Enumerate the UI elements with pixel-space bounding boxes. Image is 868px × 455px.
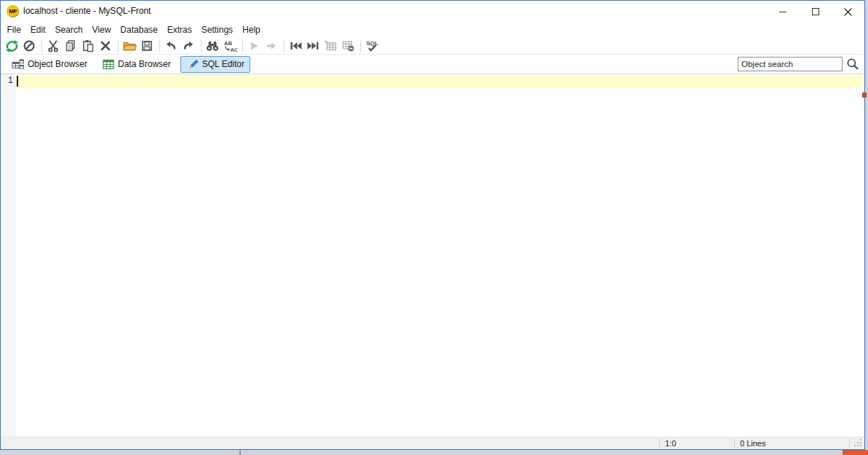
object-search-button[interactable] <box>844 56 861 72</box>
delete-icon <box>99 39 112 52</box>
line-number-gutter: 1 <box>1 74 16 437</box>
menu-search[interactable]: Search <box>50 23 87 38</box>
redo-button[interactable] <box>180 38 196 54</box>
save-button[interactable] <box>139 38 155 54</box>
paste-button[interactable] <box>80 38 96 54</box>
desktop-artifact <box>843 450 868 455</box>
svg-text:SQL: SQL <box>367 40 379 47</box>
status-bar: 1:0 0 Lines <box>1 437 864 449</box>
toolbar: AB AC <box>1 38 864 55</box>
text-caret <box>17 76 18 87</box>
tab-data-browser[interactable]: Data Browser <box>97 56 177 73</box>
view-tab-bar: Object Browser Data Browser <box>1 55 864 74</box>
cut-button[interactable] <box>45 38 61 54</box>
toolbar-separator <box>284 40 284 52</box>
find-button[interactable] <box>204 38 220 54</box>
sql-syntax-check-button[interactable]: SQL <box>364 38 380 54</box>
stop-button[interactable] <box>21 38 37 54</box>
sql-check-icon: SQL <box>365 39 379 53</box>
delete-button[interactable] <box>97 38 114 54</box>
stop-icon <box>23 39 36 52</box>
refresh-icon <box>5 39 19 53</box>
first-record-button[interactable] <box>287 38 303 54</box>
line-number: 1 <box>1 75 13 87</box>
sql-editor-surface[interactable]: 1 <box>1 74 864 437</box>
delete-record-icon <box>341 39 355 52</box>
line-count: 0 Lines <box>734 438 765 449</box>
tab-label: Object Browser <box>28 59 87 69</box>
toolbar-separator <box>360 40 361 52</box>
toolbar-separator <box>118 40 119 52</box>
desktop-artifact <box>239 450 241 455</box>
object-browser-icon <box>12 59 24 70</box>
menu-edit[interactable]: Edit <box>25 23 50 38</box>
menu-extras[interactable]: Extras <box>162 23 196 38</box>
close-icon <box>843 7 853 17</box>
replace-icon: AB AC <box>223 39 237 52</box>
data-browser-icon <box>103 59 114 70</box>
cut-icon <box>47 39 60 52</box>
tab-object-browser[interactable]: Object Browser <box>6 56 93 73</box>
tab-label: SQL Editor <box>202 59 244 69</box>
open-file-button[interactable] <box>122 38 138 54</box>
menu-file[interactable]: File <box>2 23 25 38</box>
window-controls <box>766 1 864 23</box>
open-folder-icon <box>122 39 137 52</box>
maximize-button[interactable] <box>799 1 832 23</box>
tab-sql-editor[interactable]: SQL Editor <box>180 56 250 73</box>
insert-record-icon <box>324 39 338 52</box>
copy-button[interactable] <box>63 38 79 54</box>
current-line-highlight <box>16 75 863 87</box>
toolbar-separator <box>159 40 160 52</box>
svg-text:AB: AB <box>224 40 232 47</box>
minimize-icon <box>779 12 787 12</box>
insert-record-button[interactable] <box>322 38 338 54</box>
run-to-cursor-icon <box>265 39 278 52</box>
close-button[interactable] <box>832 1 864 23</box>
copy-icon <box>64 39 77 52</box>
toolbar-separator <box>41 40 42 52</box>
save-icon <box>140 39 154 52</box>
menu-settings[interactable]: Settings <box>196 23 237 38</box>
replace-button[interactable]: AB AC <box>222 38 238 54</box>
app-icon[interactable]: MF <box>7 5 19 17</box>
find-binoculars-icon <box>205 39 220 52</box>
desktop-artifact <box>862 92 867 98</box>
paste-icon <box>81 39 95 52</box>
delete-record-button[interactable] <box>340 38 356 54</box>
sql-editor-pencil-icon <box>186 59 199 70</box>
toolbar-separator <box>201 40 202 52</box>
title-bar: MF localhost - cliente - MySQL-Front <box>1 1 864 23</box>
last-record-button[interactable] <box>305 38 321 54</box>
tab-label: Data Browser <box>118 59 171 69</box>
menu-bar: File Edit Search View Database Extras Se… <box>1 23 864 38</box>
first-record-icon <box>289 39 303 52</box>
menu-database[interactable]: Database <box>116 23 162 38</box>
resize-grip[interactable] <box>853 438 862 447</box>
app-window: MF localhost - cliente - MySQL-Front Fil… <box>0 0 865 450</box>
window-title: localhost - cliente - MySQL-Front <box>23 6 151 16</box>
menu-help[interactable]: Help <box>238 23 266 38</box>
menu-view[interactable]: View <box>87 23 116 38</box>
cursor-position: 1:0 <box>659 438 676 449</box>
undo-icon <box>164 39 178 52</box>
redo-icon <box>182 39 195 52</box>
refresh-button[interactable] <box>4 38 20 54</box>
last-record-icon <box>306 39 320 52</box>
object-search-input[interactable] <box>738 57 843 71</box>
undo-button[interactable] <box>163 38 179 54</box>
maximize-icon <box>812 8 819 15</box>
run-icon <box>247 39 260 52</box>
run-to-cursor-button[interactable] <box>263 38 279 54</box>
search-icon <box>846 58 859 71</box>
statusbar-divider <box>849 439 850 448</box>
toolbar-separator <box>242 40 243 52</box>
run-button[interactable] <box>246 38 262 54</box>
svg-text:AC: AC <box>231 47 238 52</box>
minimize-button[interactable] <box>766 1 799 23</box>
